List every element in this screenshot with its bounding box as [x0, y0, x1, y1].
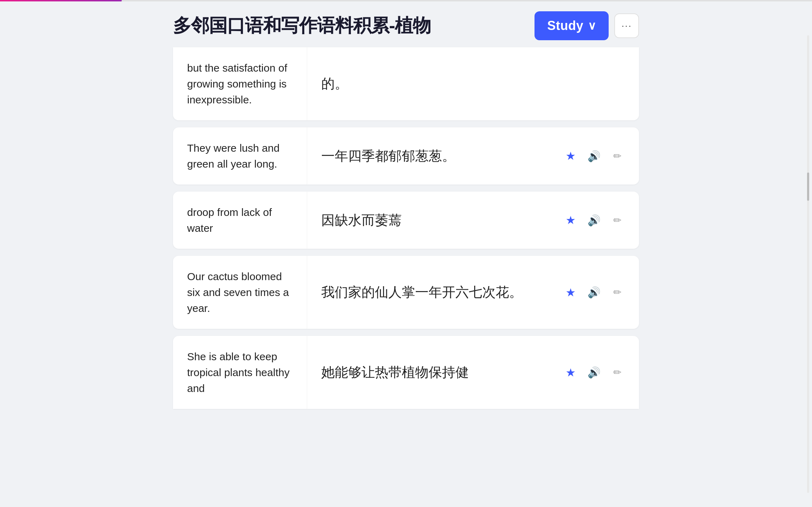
- progress-bar-fill: [0, 0, 122, 1]
- card-actions: ★ 🔊 ✏: [563, 127, 639, 185]
- star-filled-icon: ★: [566, 366, 576, 379]
- edit-button[interactable]: ✏: [609, 148, 625, 164]
- progress-bar-container: [0, 0, 812, 1]
- sound-button[interactable]: 🔊: [586, 148, 602, 164]
- edit-icon: ✏: [613, 215, 621, 226]
- edit-button[interactable]: ✏: [609, 285, 625, 300]
- star-button[interactable]: ★: [563, 212, 578, 228]
- cards-container: but the satisfaction of growing somethin…: [173, 47, 639, 423]
- sound-button[interactable]: 🔊: [586, 212, 602, 228]
- card-actions: ★ 🔊 ✏: [563, 256, 639, 329]
- chevron-down-icon: ∨: [588, 19, 596, 32]
- list-item: Our cactus bloomed six and seven times a…: [173, 256, 639, 329]
- card-english: She is able to keep tropical plants heal…: [173, 336, 307, 409]
- more-options-label: ···: [621, 20, 632, 31]
- list-item: They were lush and green all year long. …: [173, 127, 639, 185]
- sound-icon: 🔊: [587, 286, 601, 298]
- list-item: She is able to keep tropical plants heal…: [173, 336, 639, 409]
- sound-button[interactable]: 🔊: [586, 285, 602, 300]
- card-chinese: 她能够让热带植物保持健: [307, 336, 563, 409]
- page-title: 多邻国口语和写作语料积累-植物: [173, 13, 431, 38]
- edit-button[interactable]: ✏: [609, 365, 625, 380]
- sound-icon: 🔊: [587, 366, 601, 379]
- card-chinese: 一年四季都郁郁葱葱。: [307, 127, 563, 185]
- sound-icon: 🔊: [587, 150, 601, 162]
- star-filled-icon: ★: [566, 213, 576, 227]
- list-item: droop from lack of water 因缺水而萎蔫 ★ 🔊 ✏: [173, 192, 639, 249]
- edit-button[interactable]: ✏: [609, 212, 625, 228]
- star-button[interactable]: ★: [563, 148, 578, 164]
- scrollbar-track[interactable]: [807, 35, 809, 493]
- card-english: Our cactus bloomed six and seven times a…: [173, 256, 307, 329]
- study-button-label: Study: [547, 18, 584, 33]
- app-container: 多邻国口语和写作语料积累-植物 Study ∨ ··· but the sati…: [159, 1, 653, 423]
- card-chinese: 我们家的仙人掌一年开六七次花。: [307, 256, 563, 329]
- edit-icon: ✏: [613, 286, 621, 298]
- card-partial: but the satisfaction of growing somethin…: [173, 47, 639, 120]
- card-partial-chinese: 的。: [307, 47, 575, 120]
- star-filled-icon: ★: [566, 286, 576, 299]
- edit-icon: ✏: [613, 367, 621, 378]
- star-button[interactable]: ★: [563, 365, 578, 380]
- card-english: droop from lack of water: [173, 192, 307, 249]
- sound-button[interactable]: 🔊: [586, 365, 602, 380]
- card-partial-english: but the satisfaction of growing somethin…: [173, 47, 307, 120]
- more-options-button[interactable]: ···: [614, 13, 639, 38]
- scrollbar-thumb[interactable]: [807, 173, 809, 201]
- star-button[interactable]: ★: [563, 285, 578, 300]
- sound-active-icon: 🔊: [587, 214, 601, 227]
- card-chinese: 因缺水而萎蔫: [307, 192, 563, 249]
- header: 多邻国口语和写作语料积累-植物 Study ∨ ···: [173, 1, 639, 47]
- card-english: They were lush and green all year long.: [173, 127, 307, 185]
- star-filled-icon: ★: [566, 149, 576, 163]
- study-button[interactable]: Study ∨: [535, 11, 609, 40]
- card-actions: ★ 🔊 ✏: [563, 192, 639, 249]
- card-actions: ★ 🔊 ✏: [563, 336, 639, 409]
- header-actions: Study ∨ ···: [535, 11, 639, 40]
- edit-icon: ✏: [613, 150, 621, 162]
